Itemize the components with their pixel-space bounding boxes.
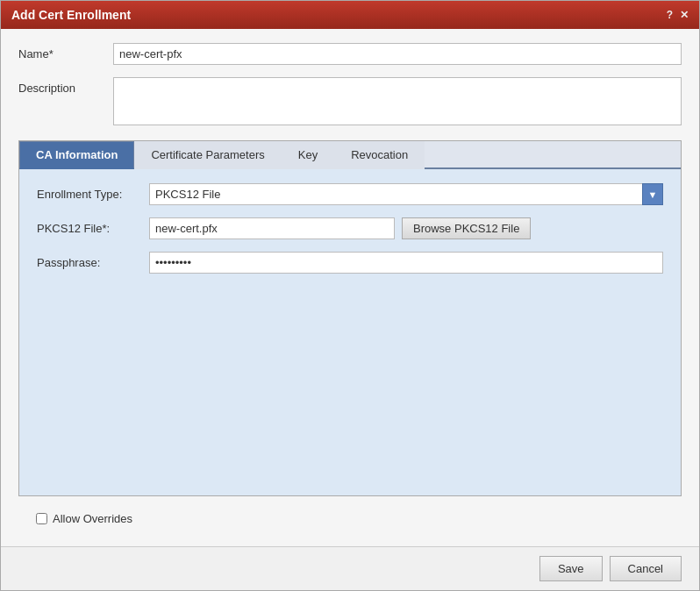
close-icon[interactable]: ✕ bbox=[680, 9, 689, 21]
allow-overrides-text: Allow Overrides bbox=[53, 512, 132, 525]
tab-ca-information[interactable]: CA Information bbox=[19, 141, 134, 169]
description-input[interactable] bbox=[113, 77, 682, 125]
pkcs12-file-label: PKCS12 File*: bbox=[37, 222, 142, 235]
passphrase-input[interactable] bbox=[149, 252, 663, 274]
browse-pkcs12-button[interactable]: Browse PKCS12 File bbox=[402, 217, 531, 239]
tabs-header: CA Information Certificate Parameters Ke… bbox=[19, 141, 681, 169]
enrollment-type-row: Enrollment Type: PKCS12 File SCEP Manual… bbox=[37, 183, 663, 205]
name-label: Name* bbox=[18, 43, 106, 61]
name-input[interactable] bbox=[113, 43, 682, 65]
dialog-title: Add Cert Enrollment bbox=[11, 8, 131, 22]
titlebar-icons: ? ✕ bbox=[667, 9, 689, 21]
titlebar: Add Cert Enrollment ? ✕ bbox=[1, 1, 699, 29]
allow-overrides-label: Allow Overrides bbox=[36, 512, 132, 525]
dialog: Add Cert Enrollment ? ✕ Name* Descriptio… bbox=[0, 0, 700, 591]
passphrase-control bbox=[149, 252, 663, 274]
pkcs12-file-row: PKCS12 File*: Browse PKCS12 File bbox=[37, 217, 663, 239]
save-button[interactable]: Save bbox=[539, 556, 603, 581]
description-label: Description bbox=[18, 77, 106, 95]
enrollment-type-control: PKCS12 File SCEP Manual ▼ bbox=[149, 183, 663, 205]
tabs-content: Enrollment Type: PKCS12 File SCEP Manual… bbox=[19, 169, 681, 495]
cancel-button[interactable]: Cancel bbox=[610, 556, 682, 581]
description-field-wrapper bbox=[113, 77, 682, 128]
allow-overrides-checkbox[interactable] bbox=[36, 513, 47, 524]
tabs-container: CA Information Certificate Parameters Ke… bbox=[18, 140, 682, 496]
passphrase-label: Passphrase: bbox=[37, 256, 142, 269]
enrollment-type-select[interactable]: PKCS12 File SCEP Manual bbox=[149, 183, 663, 205]
tab-key[interactable]: Key bbox=[282, 141, 334, 169]
help-icon[interactable]: ? bbox=[667, 9, 673, 21]
enrollment-type-label: Enrollment Type: bbox=[37, 188, 142, 201]
allow-overrides-row: Allow Overrides bbox=[18, 505, 682, 532]
ca-information-panel: Enrollment Type: PKCS12 File SCEP Manual… bbox=[37, 183, 663, 274]
pkcs12-file-input[interactable] bbox=[149, 217, 395, 239]
passphrase-row: Passphrase: bbox=[37, 252, 663, 274]
tab-certificate-parameters[interactable]: Certificate Parameters bbox=[134, 141, 281, 169]
tab-revocation[interactable]: Revocation bbox=[334, 141, 425, 169]
name-field-wrapper bbox=[113, 43, 682, 65]
description-row: Description bbox=[18, 77, 682, 128]
name-row: Name* bbox=[18, 43, 682, 65]
footer: Save Cancel bbox=[1, 546, 699, 590]
pkcs12-file-control: Browse PKCS12 File bbox=[149, 217, 663, 239]
enrollment-type-select-wrapper: PKCS12 File SCEP Manual ▼ bbox=[149, 183, 663, 205]
dialog-body: Name* Description CA Information Certifi… bbox=[1, 29, 699, 546]
